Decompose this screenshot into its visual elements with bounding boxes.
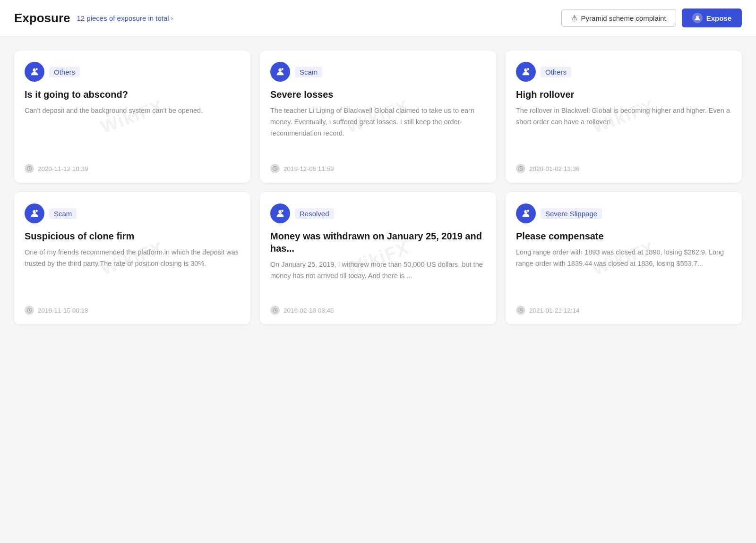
svg-point-9 — [527, 68, 530, 71]
clock-icon — [516, 305, 525, 315]
card-title: Severe losses — [270, 88, 486, 101]
card-footer: 2019-12-06 11:59 — [270, 164, 486, 173]
svg-point-18 — [527, 210, 530, 212]
expose-label: Expose — [706, 14, 731, 22]
svg-point-15 — [281, 210, 284, 212]
card-timestamp: 2019-11-15 00:18 — [38, 307, 88, 314]
clock-icon — [270, 305, 280, 315]
tag-icon — [25, 62, 44, 82]
card-body: The teacher Li Liping of Blackwell Globa… — [270, 105, 486, 155]
tag-label: Scam — [49, 208, 77, 219]
card-timestamp: 2019-02-13 03:46 — [284, 307, 334, 314]
tag-label: Others — [49, 67, 80, 77]
card-timestamp: 2020-01-02 13:36 — [529, 165, 580, 172]
card-body: On January 25, 2019, I withdrew more tha… — [270, 259, 486, 297]
card-title: Suspicious of clone firm — [25, 230, 240, 242]
card-title: Money was withdrawn on January 25, 2019 … — [270, 230, 486, 255]
warning-icon: ⚠ — [571, 14, 577, 22]
tag-icon — [516, 62, 536, 82]
tag-icon — [270, 62, 290, 82]
exposure-card[interactable]: WikiFX ScamSuspicious of clone firmOne o… — [14, 192, 250, 324]
chevron-right-icon: › — [171, 15, 173, 22]
card-footer: 2020-01-02 13:36 — [516, 164, 731, 173]
card-tag-row: Scam — [270, 62, 486, 82]
exposure-count-text: 12 pieces of exposure in total — [77, 14, 169, 22]
pyramid-scheme-complaint-button[interactable]: ⚠ Pyramid scheme complaint — [561, 9, 676, 27]
expose-icon — [692, 13, 703, 23]
svg-point-6 — [281, 68, 284, 71]
card-body: The rollover in Blackwell Global is beco… — [516, 105, 731, 155]
clock-icon — [25, 164, 34, 173]
card-timestamp: 2021-01-21 12:14 — [529, 307, 580, 314]
tag-label: Others — [541, 67, 571, 77]
tag-label: Scam — [295, 67, 322, 77]
page-title: Exposure — [14, 11, 70, 25]
card-footer: 2019-02-13 03:46 — [270, 305, 486, 315]
card-body: One of my friends recommended the platfo… — [25, 247, 240, 297]
card-timestamp: 2020-11-12 10:39 — [38, 165, 88, 172]
svg-point-1 — [698, 16, 700, 17]
clock-icon — [270, 164, 280, 173]
card-tag-row: Others — [516, 62, 731, 82]
page-header: Exposure 12 pieces of exposure in total … — [0, 0, 756, 36]
card-footer: 2019-11-15 00:18 — [25, 305, 240, 315]
exposure-card[interactable]: WikiFX Severe SlippagePlease compensateL… — [506, 192, 742, 324]
card-tag-row: Scam — [25, 204, 240, 223]
clock-icon — [25, 305, 34, 315]
tag-icon — [516, 204, 536, 223]
card-tag-row: Others — [25, 62, 240, 82]
tag-label: Resolved — [295, 208, 334, 219]
tag-label: Severe Slippage — [541, 208, 602, 219]
clock-icon — [516, 164, 525, 173]
exposure-count-link[interactable]: 12 pieces of exposure in total › — [77, 14, 173, 22]
tag-icon — [270, 204, 290, 223]
card-title: High rollover — [516, 88, 731, 101]
cards-grid: WikiFX OthersIs it going to abscond?Can'… — [0, 36, 756, 339]
exposure-card[interactable]: WikiFX ScamSevere lossesThe teacher Li L… — [260, 51, 496, 183]
svg-point-3 — [35, 68, 38, 71]
card-timestamp: 2019-12-06 11:59 — [284, 165, 334, 172]
card-footer: 2020-11-12 10:39 — [25, 164, 240, 173]
card-title: Please compensate — [516, 230, 731, 242]
card-body: Can't deposit and the background system … — [25, 105, 240, 155]
exposure-card[interactable]: WikiFX OthersHigh rolloverThe rollover i… — [506, 51, 742, 183]
exposure-card[interactable]: WikiFX ResolvedMoney was withdrawn on Ja… — [260, 192, 496, 324]
expose-button[interactable]: Expose — [682, 8, 742, 27]
card-tag-row: Resolved — [270, 204, 486, 223]
card-tag-row: Severe Slippage — [516, 204, 731, 223]
svg-point-12 — [35, 210, 38, 212]
exposure-card[interactable]: WikiFX OthersIs it going to abscond?Can'… — [14, 51, 250, 183]
card-footer: 2021-01-21 12:14 — [516, 305, 731, 315]
complaint-label: Pyramid scheme complaint — [581, 14, 666, 22]
card-body: Long range order with 1893 was closed at… — [516, 247, 731, 297]
tag-icon — [25, 204, 44, 223]
card-title: Is it going to abscond? — [25, 88, 240, 101]
